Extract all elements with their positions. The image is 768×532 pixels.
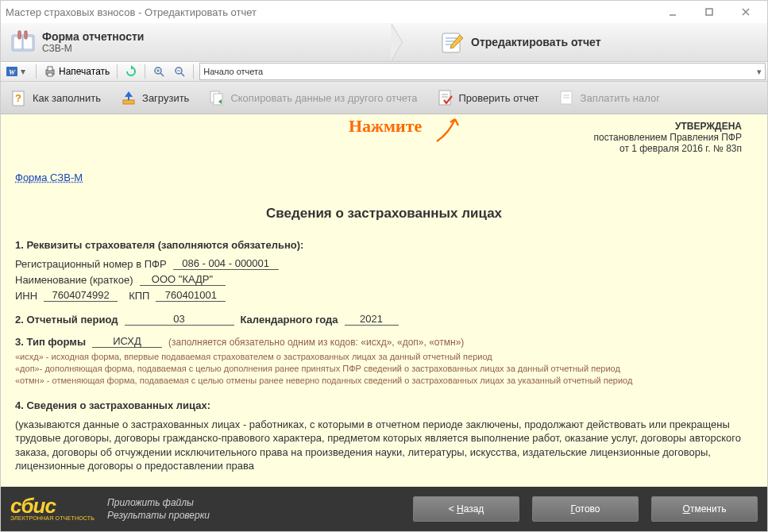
titlebar: Мастер страховых взносов - Отредактирова… bbox=[1, 1, 767, 23]
word-export-button[interactable]: W ▾ bbox=[2, 64, 32, 79]
zoom-in-icon bbox=[152, 65, 165, 78]
form-type-hint: (заполняется обязательно одним из кодов:… bbox=[168, 337, 464, 348]
logo: сбис ЭЛЕКТРОННАЯ ОТЧЕТНОСТЬ bbox=[10, 497, 95, 521]
word-icon: W bbox=[6, 65, 18, 78]
print-button[interactable]: Напечатать bbox=[41, 64, 113, 79]
footer-links: Приложить файлы Результаты проверки bbox=[107, 497, 210, 521]
refresh-button[interactable] bbox=[122, 64, 141, 79]
wizard-steps: Форма отчетности СЗВ-М Отредактировать о… bbox=[1, 23, 767, 62]
check-report-button[interactable]: Проверить отчет bbox=[427, 82, 549, 114]
document-view[interactable]: Нажмите УТВЕРЖДЕНА постановлением Правле… bbox=[1, 114, 767, 487]
section-selector[interactable]: Начало отчета ▾ bbox=[199, 63, 766, 80]
toolbar-separator bbox=[117, 64, 118, 79]
how-to-fill-label: Как заполнить bbox=[33, 92, 101, 104]
notebook-icon bbox=[7, 29, 37, 56]
wizard-step-form-title: Форма отчетности bbox=[42, 30, 144, 43]
window-title: Мастер страховых взносов - Отредактирова… bbox=[6, 6, 656, 18]
approved-line1: УТВЕРЖДЕНА bbox=[593, 121, 742, 132]
svg-rect-16 bbox=[48, 67, 52, 71]
section2-heading: 2. Отчетный период bbox=[15, 314, 118, 326]
check-report-label: Проверить отчет bbox=[459, 92, 539, 104]
back-button[interactable]: < Назад bbox=[413, 496, 519, 522]
form-type-note1: «исхд» - исходная форма, впервые подавае… bbox=[15, 351, 753, 363]
annotation-arrow-icon bbox=[433, 114, 465, 146]
load-button[interactable]: Загрузить bbox=[110, 82, 199, 114]
svg-line-19 bbox=[160, 73, 164, 76]
svg-line-23 bbox=[181, 73, 184, 76]
zoom-out-icon bbox=[173, 65, 186, 78]
copy-icon bbox=[208, 89, 226, 106]
maximize-button[interactable] bbox=[693, 2, 726, 21]
help-icon: ? bbox=[10, 89, 28, 106]
toolbar-separator bbox=[193, 64, 194, 79]
svg-rect-27 bbox=[123, 100, 134, 104]
pay-tax-label: Заплатить налог bbox=[581, 92, 660, 104]
chevron-right-icon bbox=[392, 23, 431, 61]
pay-icon bbox=[558, 89, 576, 106]
svg-rect-8 bbox=[25, 31, 27, 39]
wizard-step-edit-title: Отредактировать отчет bbox=[471, 36, 601, 48]
finish-button[interactable]: Готово bbox=[532, 496, 639, 522]
wizard-step-form[interactable]: Форма отчетности СЗВ-М bbox=[1, 23, 392, 61]
how-to-fill-button[interactable]: ? Как заполнить bbox=[1, 82, 110, 114]
annotation-callout: Нажмите bbox=[349, 116, 422, 137]
reg-number-label: Регистрационный номер в ПФР bbox=[15, 258, 167, 270]
edit-document-icon bbox=[436, 29, 466, 56]
wizard-footer: сбис ЭЛЕКТРОННАЯ ОТЧЕТНОСТЬ Приложить фа… bbox=[1, 487, 767, 531]
check-results-link[interactable]: Результаты проверки bbox=[107, 510, 210, 521]
toolbar-separator bbox=[36, 64, 37, 79]
window-controls bbox=[656, 2, 762, 21]
form-type-field[interactable]: ИСХД bbox=[92, 335, 162, 348]
load-label: Загрузить bbox=[142, 92, 189, 104]
zoom-out-button[interactable] bbox=[170, 64, 189, 79]
chevron-down-icon: ▾ bbox=[757, 67, 762, 77]
kpp-field[interactable]: 760401001 bbox=[156, 289, 226, 302]
section4-heading: 4. Сведения о застрахованных лицах: bbox=[15, 399, 753, 411]
attach-files-link[interactable]: Приложить файлы bbox=[107, 497, 210, 508]
kpp-label: КПП bbox=[129, 290, 149, 302]
pay-tax-button[interactable]: Заплатить налог bbox=[549, 82, 670, 114]
document-title: Сведения о застрахованных лицах bbox=[15, 206, 753, 222]
inn-field[interactable]: 7604074992 bbox=[44, 289, 118, 302]
short-name-label: Наименование (краткое) bbox=[15, 274, 133, 286]
wizard-step-edit[interactable]: Отредактировать отчет bbox=[431, 23, 767, 61]
close-button[interactable] bbox=[729, 2, 762, 21]
approved-block: УТВЕРЖДЕНА постановлением Правления ПФР … bbox=[593, 121, 742, 154]
short-name-field[interactable]: ООО "КАДР" bbox=[140, 273, 226, 286]
copy-from-label: Скопировать данные из другого отчета bbox=[230, 92, 417, 104]
logo-text: сбис bbox=[10, 497, 56, 515]
svg-text:W: W bbox=[9, 68, 16, 76]
printer-icon bbox=[44, 65, 56, 78]
maximize-icon bbox=[704, 7, 714, 17]
period-month-field[interactable]: 03 bbox=[125, 313, 234, 326]
inn-label: ИНН bbox=[15, 290, 37, 302]
approved-line3: от 1 февраля 2016 г. № 83п bbox=[593, 143, 742, 154]
close-icon bbox=[741, 7, 751, 17]
period-year-field[interactable]: 2021 bbox=[345, 313, 399, 326]
copy-from-button[interactable]: Скопировать данные из другого отчета bbox=[199, 82, 426, 114]
year-label: Календарного года bbox=[241, 314, 338, 326]
reg-number-field[interactable]: 086 - 004 - 000001 bbox=[173, 257, 279, 270]
section3-heading: 3. Тип формы bbox=[15, 336, 86, 348]
svg-rect-7 bbox=[18, 31, 21, 39]
section4-paragraph: (указываются данные о застрахованных лиц… bbox=[15, 418, 753, 473]
section1-heading: 1. Реквизиты страхователя (заполняются о… bbox=[15, 239, 753, 251]
app-window: Мастер страховых взносов - Отредактирова… bbox=[0, 0, 768, 532]
zoom-in-button[interactable] bbox=[149, 64, 168, 79]
wizard-step-form-subtitle: СЗВ-М bbox=[42, 43, 144, 54]
annotation-text: Нажмите bbox=[349, 116, 422, 136]
format-toolbar: W ▾ Напечатать bbox=[1, 62, 767, 82]
toolbar-separator bbox=[145, 64, 145, 79]
print-label: Напечатать bbox=[59, 66, 110, 77]
cancel-button[interactable]: Отменить bbox=[651, 496, 758, 522]
refresh-icon bbox=[125, 65, 137, 78]
svg-rect-17 bbox=[48, 73, 52, 76]
form-type-note2: «доп»- дополняющая форма, подаваемая с ц… bbox=[15, 363, 753, 375]
svg-rect-30 bbox=[439, 91, 450, 105]
upload-icon bbox=[120, 89, 137, 106]
form-type-note3: «отмн» - отменяющая форма, подаваемая с … bbox=[15, 375, 753, 387]
minimize-icon bbox=[668, 7, 677, 17]
check-icon bbox=[437, 89, 454, 106]
minimize-button[interactable] bbox=[656, 2, 689, 21]
form-name-link[interactable]: Форма СЗВ-М bbox=[15, 172, 83, 183]
